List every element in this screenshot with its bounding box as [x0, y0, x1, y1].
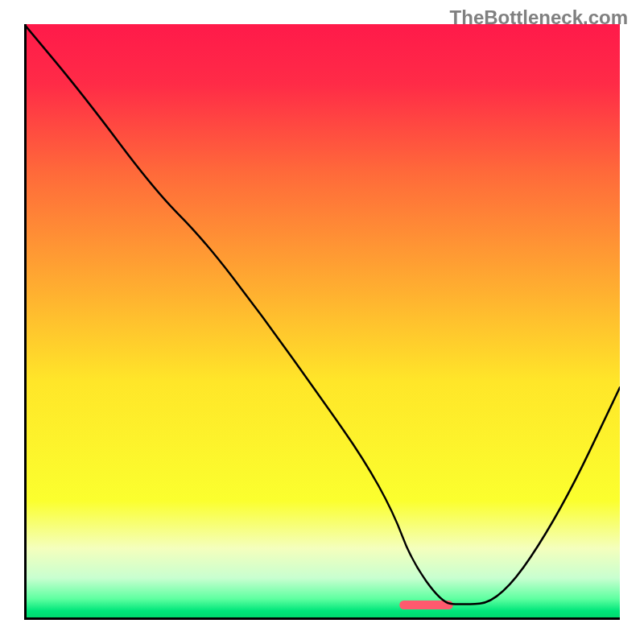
- chart-svg: [24, 24, 620, 620]
- watermark: TheBottleneck.com: [450, 6, 628, 29]
- chart-area: [24, 24, 620, 620]
- chart-container: TheBottleneck.com: [0, 0, 644, 644]
- chart-background: [24, 24, 620, 620]
